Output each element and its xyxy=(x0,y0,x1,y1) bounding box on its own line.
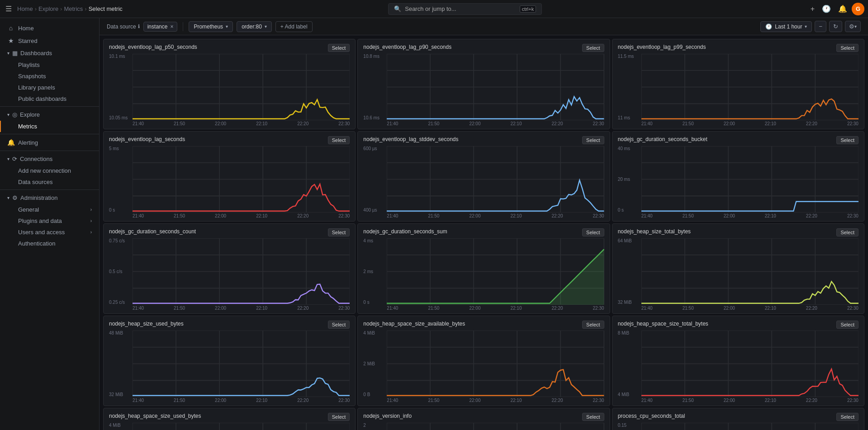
x-axis-label: 22:30 xyxy=(847,398,859,403)
sidebar-item-dashboards[interactable]: ▾ ▦ Dashboards xyxy=(0,47,99,59)
x-axis-label: 22:20 xyxy=(552,306,563,311)
y-axis-label: 600 µs xyxy=(363,146,387,151)
select-metric-button[interactable]: Select xyxy=(836,413,859,421)
breadcrumb-sep-1: › xyxy=(35,5,37,12)
x-axis-label: 22:10 xyxy=(256,213,267,218)
select-metric-button[interactable]: Select xyxy=(582,413,604,421)
x-axis-labels: 21:4021:5022:0022:1022:2022:30 xyxy=(618,398,859,403)
y-axis-labels: 600 µs400 µs xyxy=(363,146,387,213)
alerting-icon: 🔔 xyxy=(7,139,14,146)
bell-icon-button[interactable]: 🔔 xyxy=(835,2,850,16)
chart-svg-wrapper xyxy=(387,54,604,120)
zoom-out-button[interactable]: − xyxy=(815,21,826,32)
x-axis-label: 22:10 xyxy=(510,398,522,403)
x-axis-label: 21:40 xyxy=(387,213,398,218)
clock-icon-button[interactable]: 🕐 xyxy=(819,2,834,16)
sidebar-item-playlists[interactable]: Playlists xyxy=(0,59,99,71)
hamburger-icon[interactable]: ☰ xyxy=(4,3,14,15)
plus-button[interactable]: + xyxy=(808,2,817,16)
sidebar-label-plugins: Plugins and data xyxy=(18,217,62,224)
select-metric-button[interactable]: Select xyxy=(582,228,604,236)
select-metric-button[interactable]: Select xyxy=(582,44,604,52)
select-metric-button[interactable]: Select xyxy=(328,136,350,144)
x-axis-label: 21:50 xyxy=(683,213,694,218)
sidebar-item-plugins[interactable]: Plugins and data › xyxy=(0,215,99,227)
x-axis-label: 22:20 xyxy=(552,121,563,126)
sidebar-item-library-panels[interactable]: Library panels xyxy=(0,82,99,93)
select-metric-button[interactable]: Select xyxy=(328,413,350,421)
sidebar-item-data-sources[interactable]: Data sources xyxy=(0,176,99,188)
y-axis-labels: 4 MiB xyxy=(109,423,133,430)
select-metric-button[interactable]: Select xyxy=(582,136,604,144)
select-metric-button[interactable]: Select xyxy=(836,228,859,236)
sidebar-label-library-panels: Library panels xyxy=(18,84,55,91)
y-axis-labels: 5 ms0 s xyxy=(109,146,133,213)
home-icon: ⌂ xyxy=(7,24,14,32)
sidebar-item-add-new-connection[interactable]: Add new connection xyxy=(0,165,99,176)
chart-svg-wrapper xyxy=(387,423,604,430)
sidebar-item-alerting[interactable]: 🔔 Alerting xyxy=(0,136,99,149)
x-axis-label: 21:40 xyxy=(387,398,398,403)
select-metric-button[interactable]: Select xyxy=(836,44,859,52)
chart-svg-wrapper xyxy=(133,331,350,397)
y-axis-label: 400 µs xyxy=(363,208,387,213)
metric-title: nodejs_version_info xyxy=(363,413,412,419)
sidebar-item-home[interactable]: ⌂ Home xyxy=(0,22,99,34)
add-label-button[interactable]: + Add label xyxy=(275,21,313,32)
search-icon: 🔍 xyxy=(394,5,401,12)
metric-card-header: nodejs_eventloop_lag_p50_secondsSelect xyxy=(109,44,350,52)
y-axis-label: 2 MiB xyxy=(363,361,387,366)
refresh-button[interactable]: ↻ xyxy=(829,21,842,32)
search-box[interactable]: 🔍 Search or jump to... ctrl+k xyxy=(388,3,542,15)
zoom-out-icon: − xyxy=(819,23,822,30)
metric-card: nodejs_heap_space_size_total_bytesSelect… xyxy=(612,316,864,406)
time-range-button[interactable]: 🕐 Last 1 hour ▾ xyxy=(760,21,812,32)
refresh-icon: ↻ xyxy=(833,23,838,30)
metric-card: nodejs_eventloop_lag_p90_secondsSelect10… xyxy=(357,39,610,129)
x-axis-label: 22:00 xyxy=(469,398,480,403)
metric-title: nodejs_eventloop_lag_seconds xyxy=(109,136,185,142)
sidebar-item-starred[interactable]: ★ Starred xyxy=(0,34,99,47)
sidebar-item-metrics[interactable]: Metrics xyxy=(0,121,99,132)
select-metric-button[interactable]: Select xyxy=(836,136,859,144)
sidebar-label-administration: Administration xyxy=(20,194,57,201)
metric-title: nodejs_heap_space_size_total_bytes xyxy=(618,321,708,327)
sidebar-item-connections[interactable]: ▾ ⟳ Connections xyxy=(0,153,99,165)
breadcrumb-home[interactable]: Home xyxy=(17,5,33,12)
select-metric-button[interactable]: Select xyxy=(582,321,604,329)
breadcrumb-metrics[interactable]: Metrics xyxy=(64,5,83,12)
metric-title: nodejs_heap_space_size_available_bytes xyxy=(363,321,465,327)
sidebar-item-authentication[interactable]: Authentication xyxy=(0,238,99,249)
chart-area: 4 ms2 ms0 s21:4021:5022:0022:1022:2022:3… xyxy=(363,238,604,311)
sidebar-item-snapshots[interactable]: Snapshots xyxy=(0,71,99,82)
instance-tag[interactable]: instance × xyxy=(143,22,178,32)
y-axis-labels: 64 MiB32 MiB xyxy=(618,238,641,305)
sidebar-item-administration[interactable]: ▾ ⚙ Administration xyxy=(0,192,99,204)
x-axis-label: 22:10 xyxy=(765,121,776,126)
chevron-right-icon-general: › xyxy=(90,207,92,212)
x-axis-label: 22:30 xyxy=(338,398,350,403)
order-dropdown[interactable]: order:80 ▾ xyxy=(237,21,272,32)
settings-button[interactable]: ⚙ ▾ xyxy=(845,21,861,32)
y-axis-labels: 8 MiB4 MiB xyxy=(618,331,641,397)
x-axis-label: 22:00 xyxy=(215,213,226,218)
instance-remove[interactable]: × xyxy=(170,24,173,30)
sidebar-divider-2 xyxy=(0,134,99,134)
select-metric-button[interactable]: Select xyxy=(328,228,350,236)
sidebar-item-users-access[interactable]: Users and access › xyxy=(0,227,99,238)
select-metric-button[interactable]: Select xyxy=(328,321,350,329)
x-axis-label: 21:50 xyxy=(683,121,694,126)
sidebar-item-explore[interactable]: ▾ ◎ Explore xyxy=(0,109,99,121)
select-metric-button[interactable]: Select xyxy=(836,321,859,329)
x-axis-label: 22:00 xyxy=(724,306,735,311)
breadcrumb-explore[interactable]: Explore xyxy=(38,5,58,12)
select-metric-button[interactable]: Select xyxy=(328,44,350,52)
sidebar-item-general[interactable]: General › xyxy=(0,204,99,215)
x-axis-label: 21:40 xyxy=(387,121,398,126)
metric-title: nodejs_heap_size_used_bytes xyxy=(109,321,184,327)
y-axis-labels: 0.75 c/s0.5 c/s0.25 c/s xyxy=(109,238,133,305)
prometheus-dropdown[interactable]: Prometheus ▾ xyxy=(189,21,233,32)
sidebar-item-public-dashboards[interactable]: Public dashboards xyxy=(0,93,99,104)
breadcrumb: Home › Explore › Metrics › Select metric xyxy=(17,5,123,12)
user-avatar[interactable]: G xyxy=(852,3,864,15)
